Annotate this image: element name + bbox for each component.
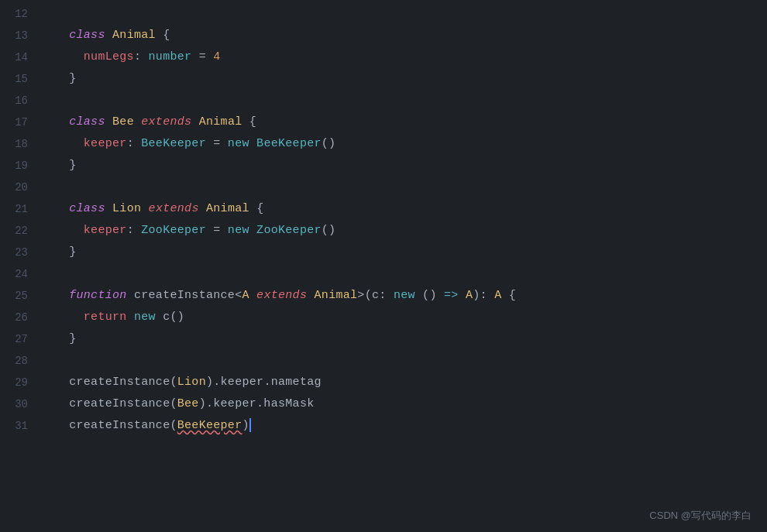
colon: : (134, 50, 149, 63)
parens-2: () (322, 224, 336, 237)
line-content-23: } (40, 242, 767, 263)
line-content-19: } (40, 155, 767, 177)
code-line-23: 23 } (0, 242, 767, 263)
code-line-21: 21 class Lion extends Animal { (0, 198, 767, 220)
code-line-17: 17 class Bee extends Animal { (0, 112, 767, 133)
kw-extends-3: extends (256, 289, 307, 302)
type-zookeeper: ZooKeeper (141, 224, 206, 237)
ci-lion: createInstance( (69, 376, 177, 389)
line-num-29: 29 (0, 372, 40, 393)
brace-open: { (249, 115, 256, 129)
type-beekeeper: BeeKeeper (141, 137, 206, 150)
code-line-20: 20 (0, 177, 767, 198)
text-cursor (249, 418, 251, 432)
line-num-28: 28 (0, 350, 40, 372)
code-line-13: 13 class Animal { (0, 25, 767, 46)
code-line-24: 24 (0, 263, 767, 285)
code-line-18: 18 keeper: BeeKeeper = new BeeKeeper() (0, 133, 767, 155)
code-line-25: 25 function createInstance<A extends Ani… (0, 285, 767, 307)
lion-arg: Lion (177, 376, 206, 389)
dot-chain2: ).keeper.hasMask (199, 397, 315, 410)
space-a (459, 289, 466, 302)
space-an (307, 289, 314, 302)
arrow: => (444, 289, 459, 302)
brace-o3: { (256, 202, 263, 215)
code-line-19: 19 } (0, 155, 767, 177)
ret-a: A (466, 289, 473, 302)
line-content-14: numLegs: number = 4 (40, 46, 767, 68)
line-num-25: 25 (0, 285, 40, 307)
gt-c: >(c: (357, 289, 394, 302)
class-animal-3: Animal (206, 202, 249, 215)
line-num-14: 14 (0, 46, 40, 68)
keyword-class: class (69, 29, 105, 42)
line-content-30: createInstance(Bee).keeper.hasMask (40, 393, 767, 415)
keyword-extends: extends (141, 115, 191, 129)
line-num-21: 21 (0, 198, 40, 220)
ci-bee: createInstance( (69, 397, 177, 410)
code-line-29: 29 createInstance(Lion).keeper.nametag (0, 372, 767, 393)
keyword-class-3: class (69, 202, 105, 215)
line-num-23: 23 (0, 242, 40, 263)
brace-c2: } (69, 159, 76, 172)
beekeeper-squiggly: BeeKeeper (177, 419, 242, 432)
code-line-30: 30 createInstance(Bee).keeper.hasMask (0, 393, 767, 415)
space (249, 137, 256, 150)
class-bee: Bee (112, 115, 134, 129)
code-line-26: 26 return new c() (0, 307, 767, 328)
line-num-24: 24 (0, 263, 40, 285)
line-num-17: 17 (0, 112, 40, 133)
class-animal-4: Animal (315, 289, 358, 302)
line-content-13: class Animal { (40, 25, 767, 46)
code-line-12: 12 (0, 3, 767, 25)
parens: () (322, 137, 336, 150)
num-4: 4 (213, 50, 220, 63)
c-call: c() (156, 311, 184, 324)
bee-arg: Bee (177, 397, 199, 410)
brace-fn-close: } (69, 332, 76, 345)
line-content-27: } (40, 328, 767, 350)
prop-keeper: keeper (84, 137, 127, 150)
code-line-16: 16 (0, 90, 767, 112)
keyword-class-2: class (69, 115, 105, 129)
line-num-27: 27 (0, 328, 40, 350)
prop-numlegs: numLegs (84, 50, 134, 63)
keyword-extends-2: extends (149, 202, 199, 215)
prop-keeper-2: keeper (84, 224, 127, 237)
line-num-12: 12 (0, 3, 40, 25)
code-editor: 12 13 class Animal { 14 numLegs: number … (0, 0, 767, 532)
code-line-27: 27 } (0, 328, 767, 350)
colon-3: : (127, 224, 142, 237)
space-2 (249, 224, 256, 237)
line-num-31: 31 (0, 415, 40, 437)
code-line-31: 31 createInstance(BeeKeeper) (0, 415, 767, 437)
line-content-18: keeper: BeeKeeper = new BeeKeeper() (40, 133, 767, 155)
line-content-21: class Lion extends Animal { (40, 198, 767, 220)
line-num-15: 15 (0, 68, 40, 90)
code-line-15: 15 } (0, 68, 767, 90)
new-beekeeper: BeeKeeper (256, 137, 322, 150)
line-content-22: keeper: ZooKeeper = new ZooKeeper() (40, 220, 767, 242)
line-num-19: 19 (0, 155, 40, 177)
class-animal-2: Animal (199, 115, 242, 129)
brace-fn: { (501, 289, 516, 302)
ci-bk-pre: createInstance( (69, 419, 177, 432)
parens-empty: () (415, 289, 444, 302)
line-num-18: 18 (0, 133, 40, 155)
kw-new-4: new (134, 311, 156, 324)
dot-chain1: ).keeper.nametag (206, 376, 322, 389)
line-num-22: 22 (0, 220, 40, 242)
line-num-20: 20 (0, 177, 40, 198)
ci-bk-post: ) (242, 419, 249, 432)
code-line-14: 14 numLegs: number = 4 (0, 46, 767, 68)
code-area: 12 13 class Animal { 14 numLegs: number … (0, 0, 767, 532)
eq-2: = (206, 224, 228, 237)
line-num-16: 16 (0, 90, 40, 112)
brace-close: } (69, 72, 76, 85)
kw-new-2: new (228, 224, 249, 237)
line-content-15: } (40, 68, 767, 90)
colon-2: : (127, 137, 142, 150)
code-line-28: 28 (0, 350, 767, 372)
kw-new-3: new (394, 289, 415, 302)
kw-new: new (228, 137, 249, 150)
